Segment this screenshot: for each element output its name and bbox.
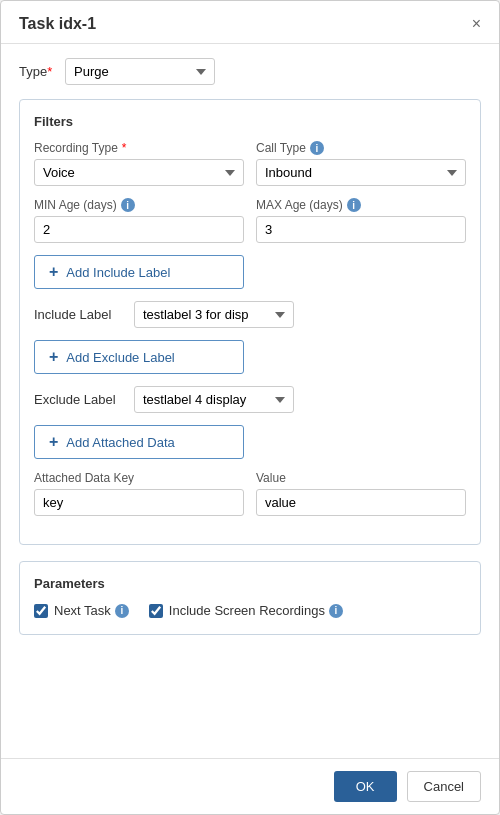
add-exclude-label-button[interactable]: + Add Exclude Label (34, 340, 244, 374)
next-task-info-icon[interactable]: i (115, 604, 129, 618)
attached-data-value-group: Value (256, 471, 466, 516)
screen-rec-info-icon[interactable]: i (329, 604, 343, 618)
filters-section: Filters Recording Type * Voice Call Type… (19, 99, 481, 545)
dialog-title: Task idx-1 (19, 15, 96, 33)
next-task-label: Next Task i (54, 603, 129, 618)
type-select[interactable]: Purge (65, 58, 215, 85)
attached-data-value-input[interactable] (256, 489, 466, 516)
parameters-section: Parameters Next Task i Include Screen Re… (19, 561, 481, 635)
close-button[interactable]: × (472, 16, 481, 32)
filters-legend: Filters (34, 114, 466, 129)
call-type-group: Call Type i Inbound (256, 141, 466, 186)
attached-data-key-group: Attached Data Key (34, 471, 244, 516)
exclude-label-select[interactable]: testlabel 4 display (134, 386, 294, 413)
recording-type-label: Recording Type * (34, 141, 244, 155)
attached-data-value-label: Value (256, 471, 466, 485)
recording-type-select[interactable]: Voice (34, 159, 244, 186)
params-row: Next Task i Include Screen Recordings i (34, 603, 466, 618)
task-dialog: Task idx-1 × Type* Purge Filters Recordi… (0, 0, 500, 815)
max-age-input[interactable] (256, 216, 466, 243)
recording-required: * (122, 141, 127, 155)
type-row: Type* Purge (19, 58, 481, 85)
include-label-row: Include Label testlabel 3 for disp (34, 301, 466, 328)
add-attached-data-button[interactable]: + Add Attached Data (34, 425, 244, 459)
add-include-label-button[interactable]: + Add Include Label (34, 255, 244, 289)
call-type-info-icon[interactable]: i (310, 141, 324, 155)
plus-icon-exclude: + (49, 348, 58, 366)
min-age-group: MIN Age (days) i (34, 198, 244, 243)
include-screen-recordings-checkbox[interactable] (149, 604, 163, 618)
recording-type-group: Recording Type * Voice (34, 141, 244, 186)
include-label-text: Include Label (34, 307, 124, 322)
attached-data-row: Attached Data Key Value (34, 471, 466, 516)
exclude-label-row: Exclude Label testlabel 4 display (34, 386, 466, 413)
ok-button[interactable]: OK (334, 771, 397, 802)
plus-icon-attached: + (49, 433, 58, 451)
call-type-label: Call Type i (256, 141, 466, 155)
max-age-label: MAX Age (days) i (256, 198, 466, 212)
call-type-select[interactable]: Inbound (256, 159, 466, 186)
include-screen-recordings-label: Include Screen Recordings i (169, 603, 343, 618)
cancel-button[interactable]: Cancel (407, 771, 481, 802)
dialog-footer: OK Cancel (1, 758, 499, 814)
attached-data-key-input[interactable] (34, 489, 244, 516)
attached-data-key-label: Attached Data Key (34, 471, 244, 485)
dialog-header: Task idx-1 × (1, 1, 499, 44)
min-age-input[interactable] (34, 216, 244, 243)
required-star: * (47, 64, 52, 79)
include-label-select[interactable]: testlabel 3 for disp (134, 301, 294, 328)
dialog-body: Type* Purge Filters Recording Type * Voi… (1, 44, 499, 758)
max-age-group: MAX Age (days) i (256, 198, 466, 243)
next-task-checkbox[interactable] (34, 604, 48, 618)
max-age-info-icon[interactable]: i (347, 198, 361, 212)
next-task-group: Next Task i (34, 603, 129, 618)
plus-icon-include: + (49, 263, 58, 281)
min-age-info-icon[interactable]: i (121, 198, 135, 212)
min-age-label: MIN Age (days) i (34, 198, 244, 212)
include-screen-recordings-group: Include Screen Recordings i (149, 603, 343, 618)
exclude-label-text: Exclude Label (34, 392, 124, 407)
type-label: Type* (19, 64, 55, 79)
age-row: MIN Age (days) i MAX Age (days) i (34, 198, 466, 243)
parameters-legend: Parameters (34, 576, 466, 591)
recording-calltype-row: Recording Type * Voice Call Type i Inbou… (34, 141, 466, 186)
